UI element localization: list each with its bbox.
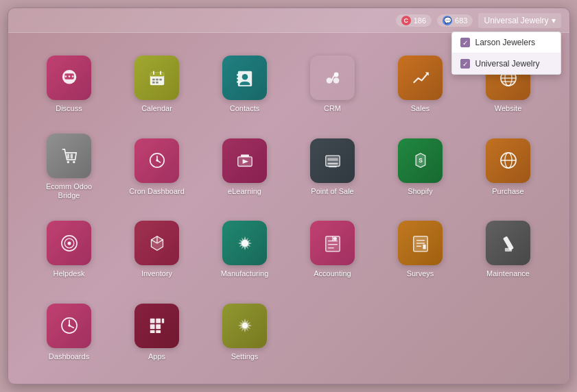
- svg-rect-74: [150, 330, 154, 333]
- dropdown-item-universal[interactable]: ✓ Universal Jewelry: [452, 53, 561, 74]
- app-label-crm: CRM: [324, 104, 341, 113]
- dropdown-item-larson[interactable]: ✓ Larson Jewelers: [452, 32, 561, 53]
- svg-rect-16: [237, 74, 239, 76]
- message-badge[interactable]: 💬 683: [437, 14, 473, 27]
- app-item-manufacturing[interactable]: Manufacturing: [214, 221, 276, 278]
- message-count: 683: [455, 16, 467, 25]
- svg-rect-70: [156, 319, 161, 323]
- app-icon-apps: [134, 304, 179, 348]
- svg-rect-13: [156, 82, 158, 84]
- app-icon-purchase: [486, 138, 530, 183]
- app-item-calendar[interactable]: Calendar: [126, 56, 188, 113]
- company-dropdown: ✓ Larson Jewelers ✓ Universal Jewelry: [451, 32, 561, 75]
- svg-point-19: [326, 77, 332, 84]
- app-icon-calendar: [134, 56, 179, 100]
- app-label-helpdesk: Helpdesk: [54, 269, 85, 278]
- svg-text:S: S: [419, 158, 423, 164]
- app-icon-dashboards: [47, 304, 91, 348]
- app-label-cron: Cron Dashboard: [129, 187, 185, 196]
- app-item-settings[interactable]: Settings: [214, 304, 276, 361]
- app-item-accounting[interactable]: Accounting: [302, 221, 364, 278]
- svg-rect-75: [156, 330, 161, 333]
- app-label-maintenance: Maintenance: [486, 269, 530, 278]
- app-icon-crm: [310, 56, 355, 100]
- company-selector[interactable]: Universal Jewelry ▾: [478, 13, 561, 28]
- app-label-settings: Settings: [231, 352, 259, 361]
- svg-point-3: [68, 75, 70, 77]
- larson-checkbox[interactable]: ✓: [460, 38, 470, 47]
- app-label-elearning: eLearning: [228, 187, 261, 196]
- universal-label: Universal Jewelry: [475, 59, 540, 69]
- svg-point-49: [67, 241, 71, 245]
- app-item-maintenance[interactable]: Maintenance: [478, 221, 539, 278]
- svg-rect-71: [161, 319, 163, 323]
- app-item-surveys[interactable]: Surveys: [390, 221, 451, 278]
- app-icon-helpdesk: [47, 221, 91, 265]
- app-label-purchase: Purchase: [492, 187, 523, 196]
- app-label-ecomm: Ecomm Odoo Bridge: [38, 182, 100, 200]
- svg-point-28: [67, 160, 69, 162]
- message-icon: 💬: [443, 16, 452, 25]
- universal-checkbox[interactable]: ✓: [460, 59, 470, 69]
- app-icon-shopify: S: [398, 138, 443, 183]
- svg-rect-39: [325, 156, 339, 166]
- app-item-contacts[interactable]: Contacts: [214, 56, 276, 113]
- app-label-accounting: Accounting: [314, 269, 351, 278]
- app-label-calendar: Calendar: [141, 104, 172, 113]
- app-item-crm[interactable]: CRM: [302, 56, 364, 113]
- svg-rect-40: [327, 163, 338, 165]
- app-label-inventory: Inventory: [141, 269, 172, 278]
- svg-point-68: [68, 324, 70, 326]
- app-label-manufacturing: Manufacturing: [221, 269, 269, 278]
- app-icon-inventory: [134, 221, 179, 265]
- app-label-sales: Sales: [411, 104, 430, 113]
- app-item-discuss[interactable]: Discuss: [38, 56, 100, 113]
- app-icon-contacts: [222, 56, 267, 100]
- app-label-dashboards: Dashboards: [49, 352, 89, 361]
- main-window: C 186 💬 683 Universal Jewelry ▾ ✓ Larson…: [8, 8, 570, 384]
- svg-rect-72: [150, 324, 154, 329]
- svg-rect-31: [70, 154, 72, 158]
- larson-label: Larson Jewelers: [475, 38, 535, 47]
- svg-point-20: [333, 77, 339, 84]
- app-item-ecomm[interactable]: Ecomm Odoo Bridge: [38, 134, 100, 200]
- app-item-apps[interactable]: Apps: [126, 304, 188, 361]
- app-icon-elearning: [222, 138, 267, 183]
- app-label-apps: Apps: [148, 352, 165, 361]
- app-item-sales[interactable]: Sales: [390, 56, 451, 113]
- dropdown-arrow: ▾: [552, 16, 556, 25]
- app-item-shopify[interactable]: SShopify: [390, 138, 451, 196]
- notification-badge[interactable]: C 186: [396, 14, 432, 27]
- app-label-website: Website: [495, 104, 522, 113]
- app-item-dashboards[interactable]: Dashboards: [38, 304, 100, 361]
- svg-rect-9: [152, 79, 154, 81]
- app-label-shopify: Shopify: [408, 187, 433, 196]
- app-grid: DiscussCalendarContactsCRMSalesWebsiteEc…: [8, 33, 569, 384]
- app-icon-ecomm: [47, 134, 91, 178]
- app-label-pos: Point of Sale: [311, 187, 353, 196]
- app-item-pos[interactable]: Point of Sale: [302, 138, 364, 196]
- app-icon-sales: [398, 56, 443, 100]
- svg-point-21: [333, 72, 338, 77]
- app-item-elearning[interactable]: eLearning: [214, 138, 276, 196]
- topbar: C 186 💬 683 Universal Jewelry ▾: [8, 8, 569, 33]
- app-icon-surveys: [398, 221, 443, 265]
- app-icon-manufacturing: [222, 221, 267, 265]
- svg-rect-17: [237, 77, 239, 79]
- app-label-surveys: Surveys: [407, 269, 434, 278]
- notification-count: 186: [414, 16, 426, 25]
- svg-rect-38: [241, 155, 249, 157]
- svg-rect-73: [156, 324, 161, 329]
- svg-rect-18: [237, 81, 239, 83]
- app-item-purchase[interactable]: Purchase: [478, 138, 539, 196]
- app-item-helpdesk[interactable]: Helpdesk: [38, 221, 100, 278]
- app-item-inventory[interactable]: Inventory: [126, 221, 188, 278]
- svg-rect-42: [329, 167, 337, 168]
- app-icon-settings: [222, 304, 267, 348]
- svg-rect-66: [504, 247, 511, 251]
- svg-rect-30: [67, 154, 69, 158]
- app-item-cron[interactable]: Cron Dashboard: [126, 138, 188, 196]
- notification-icon: C: [401, 16, 411, 25]
- app-icon-accounting: [310, 221, 355, 265]
- svg-rect-41: [327, 158, 338, 161]
